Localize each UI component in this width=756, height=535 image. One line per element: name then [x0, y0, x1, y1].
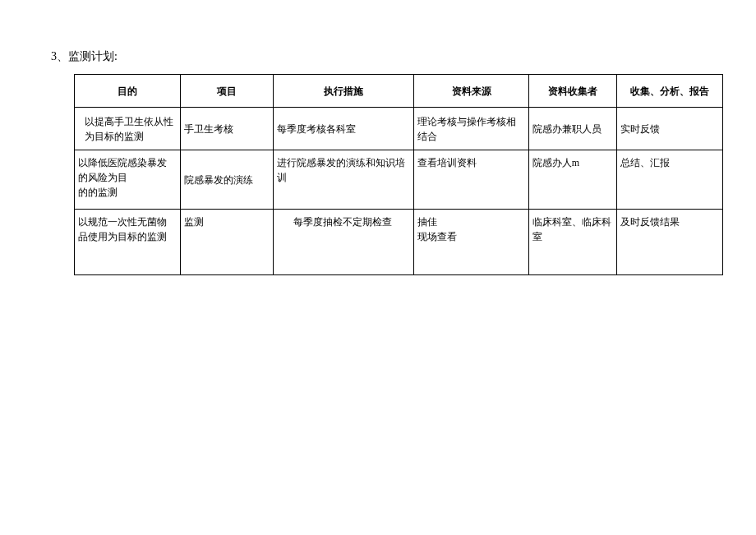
- header-collector: 资料收集者: [528, 75, 616, 108]
- cell-report: 总结、汇报: [617, 150, 723, 210]
- cell-source: 查看培训资料: [414, 150, 529, 210]
- table-header-row: 目的 项目 执行措施 资料来源 资料收集者 收集、分析、报告: [75, 75, 723, 108]
- cell-project: 院感暴发的演练: [180, 150, 273, 210]
- cell-measure: 每季度考核各科室: [273, 108, 414, 150]
- header-source: 资料来源: [414, 75, 529, 108]
- cell-purpose: 以降低医院感染暴发的风险为目的的监测: [75, 150, 181, 210]
- cell-collector: 院感办兼职人员: [528, 108, 616, 150]
- header-measure: 执行措施: [273, 75, 414, 108]
- cell-report: 及时反馈结果: [617, 210, 723, 275]
- cell-source: 抽佳现场查看: [414, 210, 529, 275]
- cell-report: 实时反馈: [617, 108, 723, 150]
- cell-project: 监测: [180, 210, 273, 275]
- cell-measure: 每季度抽检不定期检查: [273, 210, 414, 275]
- header-purpose: 目的: [75, 75, 181, 108]
- table-row: 以降低医院感染暴发的风险为目的的监测 院感暴发的演练 进行院感暴发的演练和知识培…: [75, 150, 723, 210]
- cell-collector: 临床科室、临床科室: [528, 210, 616, 275]
- cell-source: 理论考核与操作考核相结合: [414, 108, 529, 150]
- cell-purpose: 以提高手卫生依从性为目标的监测: [75, 108, 181, 150]
- cell-project: 手卫生考核: [180, 108, 273, 150]
- table-row: 以规范一次性无菌物品使用为目标的监测 监测 每季度抽检不定期检查 抽佳现场查看 …: [75, 210, 723, 275]
- cell-measure: 进行院感暴发的演练和知识培训: [273, 150, 414, 210]
- header-project: 项目: [180, 75, 273, 108]
- header-report: 收集、分析、报告: [617, 75, 723, 108]
- monitoring-plan-table: 目的 项目 执行措施 资料来源 资料收集者 收集、分析、报告 以提高手卫生依从性…: [74, 74, 723, 275]
- table-row: 以提高手卫生依从性为目标的监测 手卫生考核 每季度考核各科室 理论考核与操作考核…: [75, 108, 723, 150]
- cell-collector: 院感办人m: [528, 150, 616, 210]
- cell-purpose: 以规范一次性无菌物品使用为目标的监测: [75, 210, 181, 275]
- section-heading: 3、监测计划:: [51, 49, 715, 64]
